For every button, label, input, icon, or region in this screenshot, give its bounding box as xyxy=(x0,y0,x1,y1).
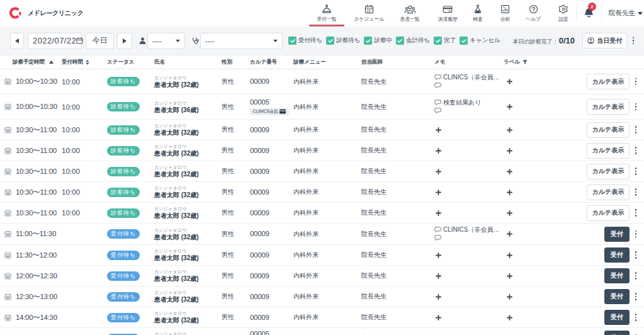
row-more-menu[interactable] xyxy=(633,123,639,137)
chart-button[interactable]: カルテ表示 xyxy=(587,143,630,159)
label-add-button[interactable] xyxy=(506,188,514,196)
checkin-button[interactable]: 受付 xyxy=(604,268,630,283)
chart-button[interactable]: カルテ表示 xyxy=(587,164,630,179)
table-row[interactable]: 14:30〜15:00 受付待ち カンジャタロウ 患者太郎 (36歳) 男性 0… xyxy=(0,328,644,335)
table-row[interactable]: 11:30〜12:00 受付待ち カンジャタロウ 患者太郎 (32歳) 男性 0… xyxy=(0,245,644,266)
label-add-button[interactable] xyxy=(506,251,514,259)
col-label[interactable]: ラベル xyxy=(502,59,538,66)
row-more-menu[interactable] xyxy=(633,310,639,324)
checkin-button[interactable]: 受付 xyxy=(604,227,630,242)
patient-name-cell[interactable]: カンジャタロウ 患者太郎 (32歳) xyxy=(151,270,222,282)
memo-notes[interactable]: CLINICS（非会員… xyxy=(434,74,502,89)
nav-patient-list[interactable]: 患者一覧 xyxy=(392,0,427,26)
nav-examination[interactable]: 検査 xyxy=(465,0,490,26)
checkin-button[interactable]: 受付 xyxy=(604,310,630,325)
label-add-button[interactable] xyxy=(506,314,514,322)
filter-in-exam[interactable]: 診察中 xyxy=(364,37,392,45)
chart-button[interactable]: カルテ表示 xyxy=(587,74,630,89)
patient-name-cell[interactable]: カンジャタロウ 患者太郎 (32歳) xyxy=(151,311,222,324)
patient-name-cell[interactable]: カンジャタロウ 患者太郎 (32歳) xyxy=(151,207,222,219)
notifications-button[interactable]: 2 xyxy=(577,0,601,26)
label-add-button[interactable] xyxy=(506,293,514,301)
today-button[interactable]: 今日 xyxy=(86,33,114,49)
label-add-button[interactable] xyxy=(506,209,514,217)
row-more-menu[interactable] xyxy=(633,75,639,89)
menu-filter-select[interactable]: ---- xyxy=(200,33,283,49)
table-row[interactable]: 10:00〜10:30 10:00 診察待ち カンジャタロウ 患者太郎 (32歳… xyxy=(0,69,644,94)
col-appointment-time[interactable]: 診察予定時間 xyxy=(0,59,62,66)
checkin-button[interactable]: 受付 xyxy=(604,331,630,335)
filter-cancelled[interactable]: キャンセル xyxy=(460,37,500,45)
user-menu[interactable]: 院長先生 xyxy=(602,0,644,26)
memo-add-button[interactable] xyxy=(434,314,443,322)
chart-button[interactable]: カルテ表示 xyxy=(587,122,630,138)
label-add-button[interactable] xyxy=(506,230,514,238)
row-more-menu[interactable] xyxy=(633,100,639,114)
table-row[interactable]: 10:30〜11:00 10:00 診察待ち カンジャタロウ 患者太郎 (32歳… xyxy=(0,140,644,161)
table-row[interactable]: 10:30〜11:00 10:00 診察待ち カンジャタロウ 患者太郎 (32歳… xyxy=(0,203,644,224)
memo-add-button[interactable] xyxy=(434,168,443,176)
patient-name-cell[interactable]: カンジャタロウ 患者太郎 (32歳) xyxy=(151,290,222,303)
doctor-filter-select[interactable]: ---- xyxy=(147,33,185,49)
table-row[interactable]: 10:30〜11:00 10:00 診察待ち カンジャタロウ 患者太郎 (32歳… xyxy=(0,182,644,203)
memo-add-button[interactable] xyxy=(434,188,443,196)
row-more-menu[interactable] xyxy=(633,206,639,220)
checkin-button[interactable]: 受付 xyxy=(604,247,630,263)
patient-name-cell[interactable]: カンジャタロウ 患者太郎 (32歳) xyxy=(151,186,222,198)
filter-payment-waiting[interactable]: 会計待ち xyxy=(396,37,430,45)
table-row[interactable]: 10:00〜10:30 10:00 診察待ち カンジャタロウ 患者太郎 (36歳… xyxy=(0,94,644,120)
col-reception-time[interactable]: 受付時間 xyxy=(62,59,106,66)
label-add-button[interactable] xyxy=(506,272,514,280)
patient-name-cell[interactable]: カンジャタロウ 患者太郎 (32歳) xyxy=(151,249,222,261)
filter-done[interactable]: 完了 xyxy=(434,37,456,45)
filter-reception-waiting[interactable]: 受付待ち xyxy=(288,37,322,45)
date-picker[interactable]: 2022/07/22 xyxy=(28,33,82,49)
table-row[interactable]: 10:30〜11:00 10:00 診察待ち カンジャタロウ 患者太郎 (32歳… xyxy=(0,161,644,182)
table-row[interactable]: 10:30〜11:00 10:00 診察待ち カンジャタロウ 患者太郎 (32歳… xyxy=(0,120,644,140)
memo-add-button[interactable] xyxy=(434,293,443,301)
memo-add-button[interactable] xyxy=(434,209,443,217)
row-more-menu[interactable] xyxy=(633,331,639,335)
chart-button[interactable]: カルテ表示 xyxy=(587,185,630,200)
nav-help[interactable]: ヘルプ xyxy=(518,0,548,26)
table-row[interactable]: 12:00〜12:30 受付待ち カンジャタロウ 患者太郎 (32歳) 男性 0… xyxy=(0,266,644,287)
label-add-button[interactable] xyxy=(506,126,514,134)
row-more-menu[interactable] xyxy=(633,248,639,262)
patient-name-cell[interactable]: カンジャタロウ 患者太郎 (36歳) xyxy=(151,101,222,113)
memo-add-button[interactable] xyxy=(434,147,443,155)
table-row[interactable]: 14:00〜14:30 受付待ち カンジャタロウ 患者太郎 (32歳) 男性 0… xyxy=(0,307,644,328)
row-more-menu[interactable] xyxy=(633,185,639,199)
memo-notes[interactable]: CLINICS（非会員… xyxy=(434,227,502,241)
table-row[interactable]: 11:00〜11:30 受付待ち カンジャタロウ 患者太郎 (32歳) 男性 0… xyxy=(0,224,644,245)
toolbar-more-menu[interactable] xyxy=(630,34,636,48)
row-more-menu[interactable] xyxy=(633,290,639,304)
checkin-button[interactable]: 受付 xyxy=(604,289,630,304)
memo-add-button[interactable] xyxy=(434,126,443,134)
row-more-menu[interactable] xyxy=(633,144,639,157)
table-row[interactable]: 12:30〜13:00 受付待ち カンジャタロウ 患者太郎 (32歳) 男性 0… xyxy=(0,287,644,307)
nav-settings[interactable]: 設定 xyxy=(551,0,576,26)
label-add-button[interactable] xyxy=(506,147,514,155)
label-add-button[interactable] xyxy=(506,103,514,111)
prev-day-button[interactable] xyxy=(10,33,24,49)
nav-schedule[interactable]: スケジュール xyxy=(346,0,392,26)
filter-exam-waiting[interactable]: 診察待ち xyxy=(326,37,360,45)
patient-name-cell[interactable]: カンジャタロウ 患者太郎 (32歳) xyxy=(151,144,222,157)
patient-name-cell[interactable]: カンジャタロウ 患者太郎 (32歳) xyxy=(151,165,222,178)
patient-name-cell[interactable]: カンジャタロウ 患者太郎 (32歳) xyxy=(151,228,222,241)
patient-name-cell[interactable]: カンジャタロウ 患者太郎 (32歳) xyxy=(151,123,222,136)
same-day-reception-button[interactable]: 当日受付 xyxy=(582,33,627,48)
nav-payment-history[interactable]: 決済履歴 xyxy=(430,0,465,26)
memo-add-button[interactable] xyxy=(434,251,443,259)
nav-reception-list[interactable]: 受付一覧 xyxy=(309,0,344,26)
next-day-button[interactable] xyxy=(117,33,132,49)
chart-button[interactable]: カルテ表示 xyxy=(587,205,630,221)
label-add-button[interactable] xyxy=(506,77,514,86)
patient-name-cell[interactable]: カンジャタロウ 患者太郎 (36歳) xyxy=(151,332,222,335)
row-more-menu[interactable] xyxy=(633,227,639,241)
row-more-menu[interactable] xyxy=(633,164,639,178)
row-more-menu[interactable] xyxy=(633,269,639,283)
memo-add-button[interactable] xyxy=(434,272,443,280)
memo-notes[interactable]: 検査結果あり xyxy=(434,99,502,114)
nav-analysis[interactable]: 分析 xyxy=(493,0,518,26)
